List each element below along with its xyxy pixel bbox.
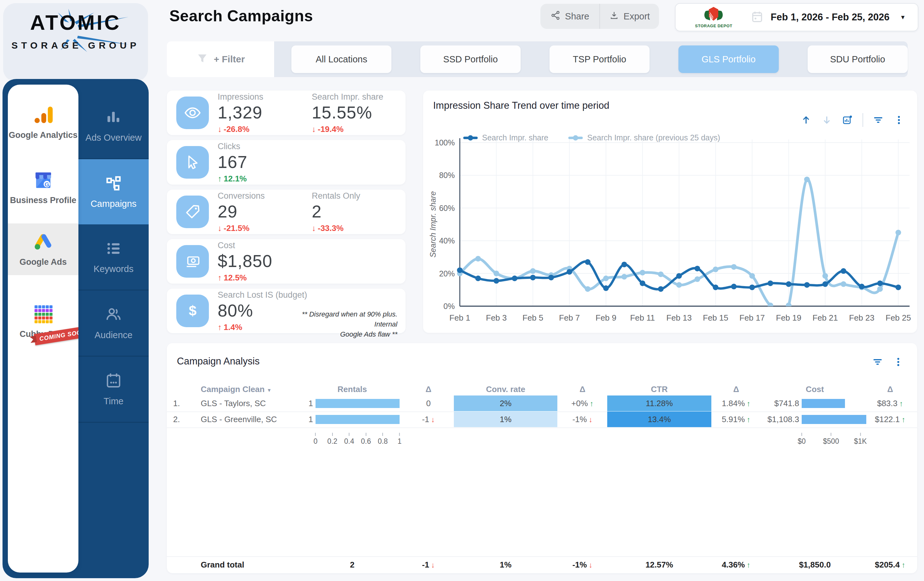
svg-text:Feb 5: Feb 5 bbox=[523, 313, 544, 323]
up-arrow-icon: ↑ bbox=[902, 415, 906, 424]
add-filter-label: + Filter bbox=[214, 54, 245, 64]
download-icon bbox=[609, 10, 619, 23]
impression-share-chart[interactable]: 0%20%40%60%80%100%Feb 1Feb 3Feb 5Feb 7Fe… bbox=[423, 91, 917, 333]
cursor-icon bbox=[176, 146, 209, 179]
down-arrow-icon: ↓ bbox=[589, 561, 592, 569]
filter-sort-icon[interactable] bbox=[872, 356, 883, 368]
column-header[interactable]: Rentals bbox=[305, 381, 399, 397]
column-header[interactable]: Δ bbox=[411, 381, 446, 397]
column-header[interactable]: Cost bbox=[763, 381, 867, 397]
kpi-label: Rentals Only bbox=[312, 191, 403, 201]
share-label: Share bbox=[565, 11, 589, 21]
export-label: Export bbox=[624, 11, 650, 21]
date-range-picker[interactable]: STORAGE DEPOT Feb 1, 2026 - Feb 25, 2026… bbox=[675, 3, 918, 31]
axis-tick: 0.6 bbox=[361, 433, 371, 446]
kpi-value: 167 bbox=[218, 152, 309, 172]
kpi-delta: ↓-21.5% bbox=[218, 224, 309, 233]
svg-text:Feb 11: Feb 11 bbox=[630, 313, 655, 323]
logo-wordmark: ATOMIC bbox=[3, 11, 148, 35]
axis-tick: 0.8 bbox=[378, 433, 388, 446]
table-toolbar bbox=[872, 356, 904, 368]
axis-tick: 1 bbox=[398, 433, 402, 446]
dashboard-page: ATOMIC STORAGE GROUP Google Analytics G … bbox=[0, 0, 924, 581]
kpi-delta: ↑12.5% bbox=[218, 273, 309, 283]
business-profile-icon: G bbox=[33, 170, 54, 191]
tab-audience[interactable]: Audience bbox=[78, 291, 148, 357]
svg-text:20%: 20% bbox=[439, 269, 455, 278]
filter-option-tsp-portfolio[interactable]: TSP Portfolio bbox=[549, 45, 650, 73]
tab-campaigns[interactable]: Campaigns bbox=[78, 159, 148, 224]
storage-depot-icon bbox=[703, 7, 724, 23]
grand-total-cost-delta: $205.4↑ bbox=[873, 557, 908, 573]
tab-keywords[interactable]: Keywords bbox=[78, 224, 148, 291]
tab-time[interactable]: Time bbox=[78, 357, 148, 423]
svg-text:Feb 25: Feb 25 bbox=[886, 313, 911, 323]
sidebar-item-label: Google Ads bbox=[20, 257, 67, 267]
kpi-metric: Rentals Only 2 ↓-33.3% bbox=[312, 191, 403, 233]
share-button[interactable]: Share bbox=[540, 4, 599, 29]
storage-depot-label: STORAGE DEPOT bbox=[695, 23, 733, 28]
sidebar-item-google-analytics[interactable]: Google Analytics bbox=[8, 94, 78, 150]
filter-strip: + Filter All Locations SSD Portfolio TSP… bbox=[167, 41, 908, 77]
add-filter-button[interactable]: + Filter bbox=[167, 41, 274, 77]
conv-delta: -1%↓ bbox=[565, 411, 600, 428]
time-icon bbox=[105, 372, 122, 390]
svg-text:Search Impr. share: Search Impr. share bbox=[429, 191, 437, 258]
column-header[interactable]: Conv. rate bbox=[454, 381, 557, 397]
filter-option-label: All Locations bbox=[315, 54, 367, 64]
conv-delta: +0%↑ bbox=[565, 395, 600, 411]
more-options-icon[interactable] bbox=[893, 356, 904, 368]
google-ads-icon bbox=[33, 232, 54, 252]
rentals-bar bbox=[315, 399, 399, 408]
rentals-delta: 0 bbox=[411, 395, 446, 411]
kpi-delta: ↓-26.8% bbox=[218, 124, 309, 134]
table-row[interactable]: 1. GLS - Taylors, SC 1 0 2% +0%↑ 11.28% … bbox=[167, 395, 917, 412]
eye-icon bbox=[176, 97, 209, 129]
column-header[interactable]: CTR bbox=[607, 381, 711, 397]
kpi-card: Impressions 1,329 ↓-26.8% Search Impr. s… bbox=[167, 91, 406, 135]
rentals-value: 1 bbox=[260, 411, 313, 428]
filter-option-ssd-portfolio[interactable]: SSD Portfolio bbox=[420, 45, 520, 73]
cost-delta: $122.1↑ bbox=[873, 411, 908, 428]
nav-label: Audience bbox=[95, 330, 133, 340]
filter-option-all-locations[interactable]: All Locations bbox=[291, 45, 391, 73]
table-axis-row: 00.20.40.60.81 $0$500$1K bbox=[167, 428, 917, 444]
nav-label: Campaigns bbox=[91, 199, 137, 209]
sidebar-item-google-ads[interactable]: Google Ads bbox=[8, 224, 78, 275]
svg-text:Feb 13: Feb 13 bbox=[667, 313, 692, 323]
up-arrow-icon: ↑ bbox=[747, 561, 751, 569]
column-header[interactable]: Δ bbox=[719, 381, 754, 397]
kpi-delta: ↓-33.3% bbox=[312, 224, 403, 233]
column-header[interactable]: Δ bbox=[565, 381, 600, 397]
row-index: 2. bbox=[173, 411, 196, 428]
campaign-analysis-card: Campaign Analysis Campaign Clean▾Rentals… bbox=[167, 343, 917, 573]
rentals-value: 1 bbox=[260, 395, 313, 411]
export-button[interactable]: Export bbox=[600, 4, 659, 29]
sidebar-item-cubby-data[interactable]: Cubby Data COMING SOON bbox=[8, 288, 78, 354]
share-export-group: Share Export bbox=[540, 4, 659, 29]
filter-option-gls-portfolio[interactable]: GLS Portfolio bbox=[678, 45, 779, 73]
column-header[interactable]: Campaign Clean▾ bbox=[201, 381, 305, 397]
kpi-value: 15.55% bbox=[312, 102, 403, 123]
down-arrow-icon: ↓ bbox=[218, 124, 222, 134]
google-analytics-icon bbox=[33, 105, 54, 125]
svg-text:Feb 23: Feb 23 bbox=[849, 313, 874, 323]
cost-bar bbox=[802, 415, 867, 424]
svg-text:Feb 19: Feb 19 bbox=[776, 313, 801, 323]
row-index: 1. bbox=[173, 395, 196, 411]
table-row[interactable]: 2. GLS - Greenville, SC 1 -1↓ 1% -1%↓ 13… bbox=[167, 411, 917, 428]
column-header[interactable]: Δ bbox=[873, 381, 908, 397]
sidebar-item-business-profile[interactable]: G Business Profile bbox=[8, 159, 78, 216]
tag-icon bbox=[176, 196, 209, 228]
kpi-label: Cost bbox=[218, 241, 309, 250]
table-header-row: Campaign Clean▾RentalsΔConv. rateΔCTRΔCo… bbox=[167, 381, 917, 397]
page-title: Search Campaigns bbox=[169, 7, 313, 25]
kpi-label: Search Impr. share bbox=[312, 92, 403, 102]
kpi-card: Clicks 167 ↑12.1% bbox=[167, 140, 406, 184]
grand-total-ctr: 12.57% bbox=[607, 557, 711, 573]
axis-tick: $1K bbox=[854, 433, 867, 446]
down-arrow-icon: ↓ bbox=[431, 415, 435, 424]
filter-option-sdu-portfolio[interactable]: SDU Portfolio bbox=[808, 45, 908, 73]
tab-ads-overview[interactable]: Ads Overview bbox=[78, 93, 148, 159]
atomic-logo-card: ATOMIC STORAGE GROUP bbox=[3, 3, 148, 81]
